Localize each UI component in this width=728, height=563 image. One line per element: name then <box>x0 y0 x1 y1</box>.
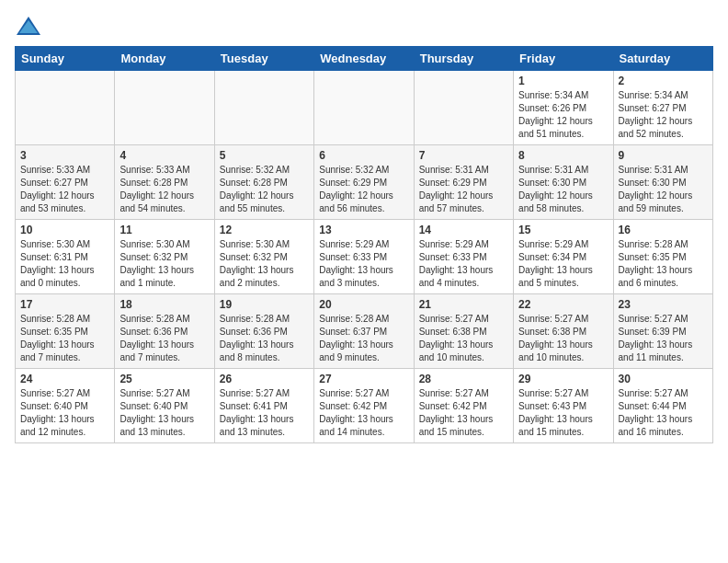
day-number: 7 <box>419 149 508 162</box>
calendar-day-cell: 14Sunrise: 5:29 AM Sunset: 6:33 PM Dayli… <box>414 220 513 294</box>
calendar-day-cell: 7Sunrise: 5:31 AM Sunset: 6:29 PM Daylig… <box>414 145 513 220</box>
day-number: 16 <box>619 224 708 236</box>
day-number: 27 <box>319 373 408 385</box>
calendar: SundayMondayTuesdayWednesdayThursdayFrid… <box>15 46 713 443</box>
day-number: 12 <box>220 224 309 236</box>
day-number: 24 <box>20 373 109 385</box>
day-number: 9 <box>619 149 708 162</box>
calendar-day-cell <box>314 71 414 145</box>
day-info: Sunrise: 5:27 AM Sunset: 6:41 PM Dayligh… <box>220 387 309 439</box>
day-number: 17 <box>20 298 109 311</box>
calendar-day-cell: 13Sunrise: 5:29 AM Sunset: 6:33 PM Dayli… <box>314 220 414 294</box>
day-number: 8 <box>518 149 608 162</box>
calendar-day-cell: 27Sunrise: 5:27 AM Sunset: 6:42 PM Dayli… <box>314 369 414 443</box>
day-info: Sunrise: 5:27 AM Sunset: 6:39 PM Dayligh… <box>619 313 708 364</box>
day-info: Sunrise: 5:31 AM Sunset: 6:30 PM Dayligh… <box>518 164 608 215</box>
calendar-day-cell: 17Sunrise: 5:28 AM Sunset: 6:35 PM Dayli… <box>16 294 115 369</box>
calendar-day-cell: 28Sunrise: 5:27 AM Sunset: 6:42 PM Dayli… <box>414 369 513 443</box>
page-header <box>15 15 713 37</box>
calendar-week-row: 10Sunrise: 5:30 AM Sunset: 6:31 PM Dayli… <box>16 220 713 294</box>
day-number: 14 <box>419 224 508 236</box>
day-number: 18 <box>119 298 209 311</box>
calendar-day-cell: 2Sunrise: 5:34 AM Sunset: 6:27 PM Daylig… <box>613 71 712 145</box>
day-info: Sunrise: 5:32 AM Sunset: 6:28 PM Dayligh… <box>220 164 309 215</box>
calendar-day-cell: 3Sunrise: 5:33 AM Sunset: 6:27 PM Daylig… <box>16 145 115 220</box>
calendar-week-row: 3Sunrise: 5:33 AM Sunset: 6:27 PM Daylig… <box>16 145 713 220</box>
calendar-day-cell: 12Sunrise: 5:30 AM Sunset: 6:32 PM Dayli… <box>214 220 313 294</box>
day-number: 22 <box>518 298 608 311</box>
day-of-week-header: Tuesday <box>214 47 313 71</box>
day-number: 21 <box>419 298 508 311</box>
day-info: Sunrise: 5:30 AM Sunset: 6:32 PM Dayligh… <box>220 238 309 290</box>
calendar-day-cell: 24Sunrise: 5:27 AM Sunset: 6:40 PM Dayli… <box>16 369 115 443</box>
calendar-day-cell: 26Sunrise: 5:27 AM Sunset: 6:41 PM Dayli… <box>214 369 313 443</box>
day-info: Sunrise: 5:29 AM Sunset: 6:33 PM Dayligh… <box>419 238 508 290</box>
day-number: 25 <box>119 373 209 385</box>
day-info: Sunrise: 5:27 AM Sunset: 6:44 PM Dayligh… <box>619 387 708 439</box>
calendar-day-cell: 21Sunrise: 5:27 AM Sunset: 6:38 PM Dayli… <box>414 294 513 369</box>
calendar-day-cell: 6Sunrise: 5:32 AM Sunset: 6:29 PM Daylig… <box>314 145 414 220</box>
calendar-day-cell: 20Sunrise: 5:28 AM Sunset: 6:37 PM Dayli… <box>314 294 414 369</box>
day-of-week-header: Sunday <box>16 47 115 71</box>
day-info: Sunrise: 5:32 AM Sunset: 6:29 PM Dayligh… <box>319 164 408 215</box>
logo-icon <box>15 15 42 37</box>
day-number: 6 <box>319 149 408 162</box>
calendar-day-cell: 15Sunrise: 5:29 AM Sunset: 6:34 PM Dayli… <box>514 220 613 294</box>
day-number: 5 <box>220 149 309 162</box>
calendar-day-cell: 1Sunrise: 5:34 AM Sunset: 6:26 PM Daylig… <box>514 71 613 145</box>
day-info: Sunrise: 5:30 AM Sunset: 6:31 PM Dayligh… <box>20 238 109 290</box>
day-info: Sunrise: 5:28 AM Sunset: 6:36 PM Dayligh… <box>220 313 309 364</box>
calendar-day-cell: 30Sunrise: 5:27 AM Sunset: 6:44 PM Dayli… <box>613 369 712 443</box>
day-info: Sunrise: 5:27 AM Sunset: 6:40 PM Dayligh… <box>20 387 109 439</box>
logo <box>15 15 46 37</box>
day-of-week-header: Monday <box>115 47 214 71</box>
day-number: 30 <box>619 373 708 385</box>
day-info: Sunrise: 5:31 AM Sunset: 6:29 PM Dayligh… <box>419 164 508 215</box>
day-info: Sunrise: 5:28 AM Sunset: 6:36 PM Dayligh… <box>119 313 209 364</box>
day-info: Sunrise: 5:28 AM Sunset: 6:37 PM Dayligh… <box>319 313 408 364</box>
day-number: 11 <box>119 224 209 236</box>
day-info: Sunrise: 5:33 AM Sunset: 6:28 PM Dayligh… <box>119 164 209 215</box>
calendar-day-cell: 25Sunrise: 5:27 AM Sunset: 6:40 PM Dayli… <box>115 369 214 443</box>
calendar-day-cell: 5Sunrise: 5:32 AM Sunset: 6:28 PM Daylig… <box>214 145 313 220</box>
day-of-week-header: Wednesday <box>314 47 414 71</box>
day-number: 26 <box>220 373 309 385</box>
day-info: Sunrise: 5:33 AM Sunset: 6:27 PM Dayligh… <box>20 164 109 215</box>
calendar-day-cell: 22Sunrise: 5:27 AM Sunset: 6:38 PM Dayli… <box>514 294 613 369</box>
calendar-day-cell: 10Sunrise: 5:30 AM Sunset: 6:31 PM Dayli… <box>16 220 115 294</box>
calendar-day-cell: 11Sunrise: 5:30 AM Sunset: 6:32 PM Dayli… <box>115 220 214 294</box>
day-number: 19 <box>220 298 309 311</box>
day-number: 29 <box>518 373 608 385</box>
day-info: Sunrise: 5:27 AM Sunset: 6:38 PM Dayligh… <box>518 313 608 364</box>
calendar-day-cell: 18Sunrise: 5:28 AM Sunset: 6:36 PM Dayli… <box>115 294 214 369</box>
day-number: 23 <box>619 298 708 311</box>
day-number: 13 <box>319 224 408 236</box>
day-info: Sunrise: 5:31 AM Sunset: 6:30 PM Dayligh… <box>619 164 708 215</box>
day-info: Sunrise: 5:30 AM Sunset: 6:32 PM Dayligh… <box>119 238 209 290</box>
day-number: 28 <box>419 373 508 385</box>
day-info: Sunrise: 5:29 AM Sunset: 6:33 PM Dayligh… <box>319 238 408 290</box>
day-of-week-header: Saturday <box>613 47 712 71</box>
day-number: 15 <box>518 224 608 236</box>
calendar-day-cell <box>16 71 115 145</box>
day-number: 4 <box>119 149 209 162</box>
calendar-day-cell: 19Sunrise: 5:28 AM Sunset: 6:36 PM Dayli… <box>214 294 313 369</box>
calendar-day-cell: 4Sunrise: 5:33 AM Sunset: 6:28 PM Daylig… <box>115 145 214 220</box>
day-info: Sunrise: 5:27 AM Sunset: 6:43 PM Dayligh… <box>518 387 608 439</box>
day-info: Sunrise: 5:34 AM Sunset: 6:26 PM Dayligh… <box>518 89 608 141</box>
day-info: Sunrise: 5:29 AM Sunset: 6:34 PM Dayligh… <box>518 238 608 290</box>
calendar-day-cell: 8Sunrise: 5:31 AM Sunset: 6:30 PM Daylig… <box>514 145 613 220</box>
calendar-header-row: SundayMondayTuesdayWednesdayThursdayFrid… <box>16 47 713 71</box>
calendar-week-row: 24Sunrise: 5:27 AM Sunset: 6:40 PM Dayli… <box>16 369 713 443</box>
day-of-week-header: Thursday <box>414 47 513 71</box>
day-number: 3 <box>20 149 109 162</box>
calendar-week-row: 17Sunrise: 5:28 AM Sunset: 6:35 PM Dayli… <box>16 294 713 369</box>
day-info: Sunrise: 5:27 AM Sunset: 6:38 PM Dayligh… <box>419 313 508 364</box>
day-number: 1 <box>518 75 608 87</box>
calendar-day-cell: 29Sunrise: 5:27 AM Sunset: 6:43 PM Dayli… <box>514 369 613 443</box>
day-number: 2 <box>619 75 708 87</box>
calendar-week-row: 1Sunrise: 5:34 AM Sunset: 6:26 PM Daylig… <box>16 71 713 145</box>
calendar-day-cell <box>115 71 214 145</box>
calendar-day-cell: 9Sunrise: 5:31 AM Sunset: 6:30 PM Daylig… <box>613 145 712 220</box>
day-info: Sunrise: 5:28 AM Sunset: 6:35 PM Dayligh… <box>619 238 708 290</box>
